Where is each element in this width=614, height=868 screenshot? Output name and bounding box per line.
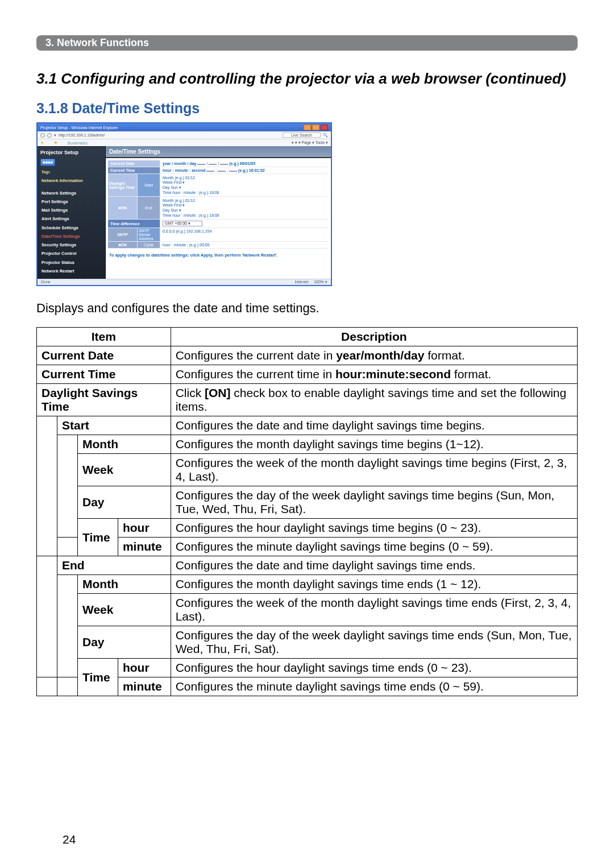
breadcrumb: 3. Network Functions <box>36 35 578 51</box>
current-date-eg: (e.g.) 06/01/05 <box>229 162 255 166</box>
sntp-addr-eg: (e.g.) 192.168.1.254 <box>176 229 211 233</box>
row-sntp-label: SNTP <box>108 228 138 241</box>
row-end-week-desc: Configures the week of the month dayligh… <box>171 594 577 626</box>
nav-selected-badge: ■■■■ <box>40 159 55 166</box>
search-input[interactable]: Live Search <box>283 133 321 138</box>
minute-field[interactable] <box>218 171 226 172</box>
end-time-lab: Time hour : minute <box>163 213 196 217</box>
subsection-title: 3.1.8 Date/Time Settings <box>36 100 578 117</box>
row-start-desc: Configures the date and time daylight sa… <box>171 416 577 435</box>
embedded-screenshot: Projector Setup - Windows Internet Explo… <box>36 122 332 286</box>
nav-projector-control[interactable]: Projector Control <box>40 249 103 258</box>
timediff-select[interactable]: GMT +00:00 ▾ <box>163 221 202 226</box>
nav-top[interactable]: Top: <box>40 168 103 176</box>
row-current-date-desc: Configures the current date in year/mont… <box>171 346 577 365</box>
section-title: 3.1 Configuring and controlling the proj… <box>36 70 578 88</box>
end-month-eg: (e.g.) 01/12 <box>175 199 195 202</box>
status-zone: Internet <box>294 280 308 284</box>
forward-icon[interactable] <box>47 133 52 138</box>
end-day-lab: Day <box>163 208 169 212</box>
row-start-month: Month <box>78 435 171 454</box>
row-start-hour-desc: Configures the hour daylight savings tim… <box>171 519 577 538</box>
row-end-month: Month <box>78 575 171 594</box>
bookmarks-link[interactable]: Bookmarks <box>68 141 88 145</box>
row-start-day-desc: Configures the day of the week daylight … <box>171 486 577 519</box>
start-month-lab: Month <box>163 176 173 180</box>
nav-schedule-settings[interactable]: Schedule Settings <box>40 224 103 232</box>
back-icon[interactable] <box>40 133 45 138</box>
row-current-date: Current Date <box>37 346 171 365</box>
day-field[interactable] <box>220 164 228 165</box>
status-zoom: 100% ▾ <box>314 280 327 284</box>
end-time-eg: (e.g.) 18:06 <box>199 213 219 217</box>
nav-network-settings[interactable]: Network Settings <box>40 189 103 197</box>
second-field[interactable] <box>229 171 237 172</box>
nav-projector-status[interactable]: Projector Status <box>40 258 103 267</box>
brand-label: Projector Setup <box>40 150 103 155</box>
month-field[interactable] <box>209 164 217 165</box>
nav-mail-settings[interactable]: Mail Settings <box>40 206 103 214</box>
row-dst-desc: Click [ON] check box to enable daylight … <box>171 384 577 416</box>
sntp-cycle-eg: (e.g.) 00:05 <box>189 243 210 247</box>
current-date-hint: year / month / day <box>163 162 197 166</box>
intro-text: Displays and configures the date and tim… <box>36 301 578 316</box>
year-field[interactable] <box>197 164 205 165</box>
toolbar-tags[interactable]: ▾ ▾ ▾ Page ▾ Tools ▾ <box>292 140 328 145</box>
start-week-select[interactable]: First ▾ <box>174 180 185 184</box>
row-current-time: Current Time <box>37 365 171 384</box>
sntp-cycle-hint: hour : minute <box>163 243 186 247</box>
row-end-month-desc: Configures the month daylight savings ti… <box>171 575 577 594</box>
panel-title: Date/Time Settings <box>106 146 331 158</box>
maximize-icon[interactable] <box>312 125 320 130</box>
sntp-cycle-label: Cycle <box>138 242 160 248</box>
add-favorite-icon[interactable]: ✚ <box>54 140 57 145</box>
status-left: Done <box>41 280 51 284</box>
end-day-select[interactable]: Sun ▾ <box>171 208 181 212</box>
row-end: End <box>57 556 171 575</box>
sntp-addr-label: SNTP Server Address <box>138 228 160 241</box>
window-titlebar: Projector Setup - Windows Internet Explo… <box>38 123 331 131</box>
row-end-hour: hour <box>118 659 171 677</box>
address-bar[interactable]: ▾ http://192.168.1.10/admin/ Live Search… <box>38 131 331 139</box>
nav-datetime-settings[interactable]: Date/Time Settings <box>40 232 103 241</box>
row-start-time: Time <box>78 519 118 556</box>
start-time-eg: (e.g.) 18:06 <box>199 191 219 195</box>
end-week-lab: Week <box>163 203 173 207</box>
favorites-icon[interactable]: ★ <box>40 140 44 145</box>
sntp-addr-field[interactable]: 0.0.0.0 <box>163 229 175 233</box>
row-dst-on[interactable]: ■ON <box>108 197 138 219</box>
th-desc: Description <box>171 328 577 346</box>
current-time-hint: hour : minute : second <box>163 168 205 172</box>
settings-table: Item Description Current Date Configures… <box>36 327 578 696</box>
row-sntp-on[interactable]: ■ON <box>108 242 138 248</box>
row-start-month-desc: Configures the month daylight savings ti… <box>171 435 577 454</box>
row-end-time: Time <box>78 659 118 696</box>
nav-port-settings[interactable]: Port Settings <box>40 197 103 206</box>
row-dst-label: Daylight Savings Time <box>108 174 138 196</box>
th-item: Item <box>37 328 171 346</box>
row-start-label: Start <box>138 174 160 196</box>
row-start-minute-desc: Configures the minute daylight savings t… <box>171 538 577 556</box>
sidebar-nav: Projector Setup ■■■■ Top: Network Inform… <box>38 146 106 279</box>
start-day-select[interactable]: Sun ▾ <box>171 185 181 189</box>
panel-note: To apply changes to date/time settings: … <box>106 251 331 259</box>
end-week-select[interactable]: First ▾ <box>174 203 185 207</box>
row-timediff: Time difference <box>108 220 160 228</box>
nav-security-settings[interactable]: Security Settings <box>40 241 103 249</box>
row-start-week-desc: Configures the week of the month dayligh… <box>171 454 577 486</box>
minimize-icon[interactable] <box>304 125 311 130</box>
row-end-hour-desc: Configures the hour daylight savings tim… <box>171 659 577 677</box>
row-end-minute-desc: Configures the minute daylight savings t… <box>171 677 577 696</box>
window-title-text: Projector Setup - Windows Internet Explo… <box>40 126 118 130</box>
row-current-date: Current Date <box>108 160 160 167</box>
current-time-eg: (e.g.) 18:01:02 <box>238 168 265 172</box>
close-icon[interactable] <box>321 125 328 130</box>
row-dst: Daylight Savings Time <box>37 384 171 416</box>
nav-network-restart[interactable]: Network Restart <box>40 267 103 275</box>
hour-field[interactable] <box>206 171 214 172</box>
nav-alert-settings[interactable]: Alert Settings <box>40 214 103 223</box>
start-month-eg: (e.g.) 01/12 <box>175 176 195 180</box>
row-end-label: End <box>138 197 160 219</box>
nav-network-info[interactable]: Network Information <box>40 176 103 185</box>
row-current-time-desc: Configures the current time in hour:minu… <box>171 365 577 384</box>
